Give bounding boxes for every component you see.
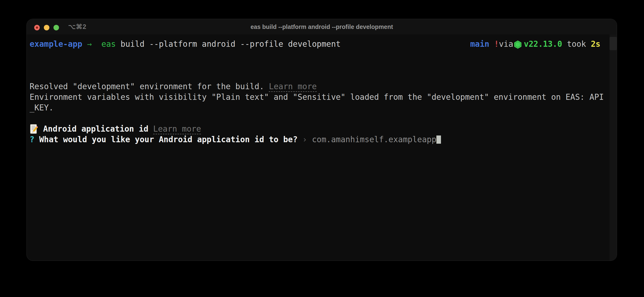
node-version-label: v22.13.0 <box>524 39 562 49</box>
output-line-env: Environment variables with visibility "P… <box>30 92 610 102</box>
git-status-indicator: ! <box>494 39 499 49</box>
env-variables-text-wrap: _KEY. <box>30 102 54 113</box>
duration-label: 2s <box>591 39 600 49</box>
output-line-resolved: Resolved "development" environment for t… <box>30 81 610 92</box>
blank-line <box>30 113 610 124</box>
terminal-window: ⌥⌘2 eas build --platform android --profi… <box>26 19 617 261</box>
terminal-content: example-app → eas build --platform andro… <box>27 35 617 261</box>
android-id-question: ? What would you like your Android appli… <box>30 134 610 145</box>
via-label: via <box>499 39 513 49</box>
learn-more-link-environment[interactable]: Learn more <box>269 81 317 92</box>
scrollbar-thumb[interactable] <box>610 37 617 50</box>
command-name: eas <box>102 39 116 49</box>
titlebar[interactable]: ⌥⌘2 eas build --platform android --profi… <box>27 19 617 35</box>
android-id-title: Android application id <box>43 124 148 134</box>
resolved-text: Resolved "development" environment for t… <box>30 81 264 92</box>
prompt-directory: example-app <box>30 39 82 49</box>
answer-input-value[interactable]: com.amanhimself.exampleapp <box>312 134 436 145</box>
window-title: eas build --platform android --profile d… <box>27 19 617 35</box>
blank-lines <box>30 50 610 81</box>
env-variables-text: Environment variables with visibility "P… <box>30 92 604 102</box>
prompt-line: example-app → eas build --platform andro… <box>30 39 610 50</box>
prompt-status-segment: main !viav22.13.0 took 2s <box>470 39 610 50</box>
prompt-arrow-icon: → <box>87 39 92 49</box>
learn-more-link-android-id[interactable]: Learn more <box>153 124 201 134</box>
memo-icon <box>30 124 38 134</box>
text-cursor[interactable] <box>436 135 441 144</box>
answer-chevron-icon: › <box>302 134 307 145</box>
output-line-env-wrap: _KEY. <box>30 102 610 113</box>
took-label: took <box>562 39 591 49</box>
scrollbar-track[interactable] <box>610 35 617 261</box>
question-text: What would you like your Android applica… <box>39 134 298 145</box>
command-args: build --platform android --profile devel… <box>116 39 341 49</box>
git-branch-label: main <box>470 39 489 49</box>
node-hexagon-icon <box>514 41 522 49</box>
question-mark: ? <box>30 134 34 145</box>
android-id-header: Android application idLearn more <box>30 124 610 134</box>
